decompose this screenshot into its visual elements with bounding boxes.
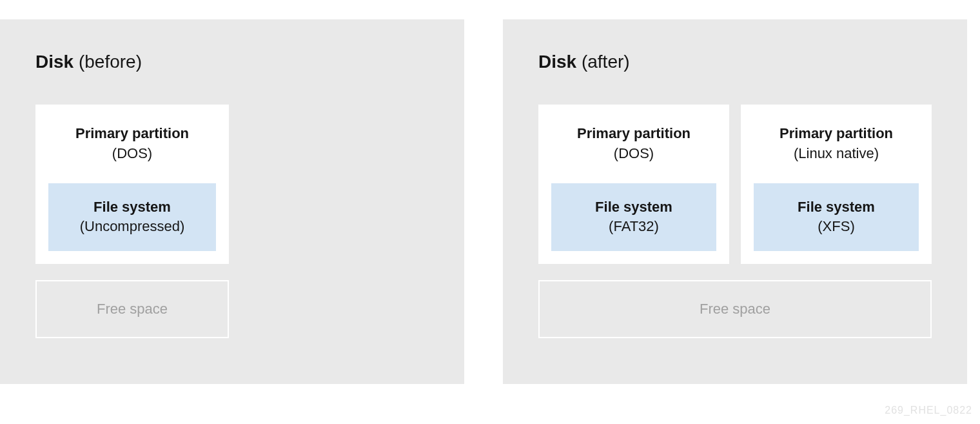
before-fs-sub: (Uncompressed) — [80, 218, 185, 234]
after-partition2-label: Primary partition (Linux native) — [754, 124, 919, 164]
before-partition-box: Primary partition (DOS) File system (Unc… — [35, 105, 229, 264]
before-filesystem-box: File system (Uncompressed) — [48, 183, 216, 252]
before-free-space: Free space — [35, 280, 229, 338]
before-partition-label: Primary partition (DOS) — [48, 124, 216, 164]
after-fs1-strong: File system — [595, 199, 672, 215]
after-free-space: Free space — [538, 280, 932, 338]
after-partition1-label: Primary partition (DOS) — [551, 124, 716, 164]
before-partition-label-strong: Primary partition — [75, 125, 189, 141]
watermark: 269_RHEL_0822 — [885, 405, 972, 416]
before-partition-label-sub: (DOS) — [112, 145, 152, 161]
after-partition2-label-sub: (Linux native) — [794, 145, 879, 161]
after-partition2-box: Primary partition (Linux native) File sy… — [741, 105, 932, 264]
disk-after-title-bold: Disk — [538, 52, 576, 72]
after-fs2-box: File system (XFS) — [754, 183, 919, 252]
after-partition1-label-strong: Primary partition — [577, 125, 691, 141]
after-fs1-box: File system (FAT32) — [551, 183, 716, 252]
disk-after-title-rest: (after) — [576, 52, 629, 72]
before-fs-strong: File system — [93, 199, 171, 215]
after-partition1-label-sub: (DOS) — [614, 145, 654, 161]
after-fs2-sub: (XFS) — [818, 218, 854, 234]
disk-before-title: Disk (before) — [35, 52, 429, 72]
before-partitions-row: Primary partition (DOS) File system (Unc… — [35, 105, 429, 264]
disk-after-panel: Disk (after) Primary partition (DOS) Fil… — [503, 19, 967, 384]
diagram-container: Disk (before) Primary partition (DOS) Fi… — [0, 0, 980, 403]
after-partitions-row: Primary partition (DOS) File system (FAT… — [538, 105, 932, 264]
disk-after-title: Disk (after) — [538, 52, 932, 72]
after-partition2-label-strong: Primary partition — [779, 125, 893, 141]
after-fs1-sub: (FAT32) — [609, 218, 659, 234]
disk-before-title-bold: Disk — [35, 52, 74, 72]
after-partition1-box: Primary partition (DOS) File system (FAT… — [538, 105, 729, 264]
disk-before-panel: Disk (before) Primary partition (DOS) Fi… — [0, 19, 464, 384]
after-fs2-strong: File system — [798, 199, 875, 215]
disk-before-title-rest: (before) — [74, 52, 142, 72]
